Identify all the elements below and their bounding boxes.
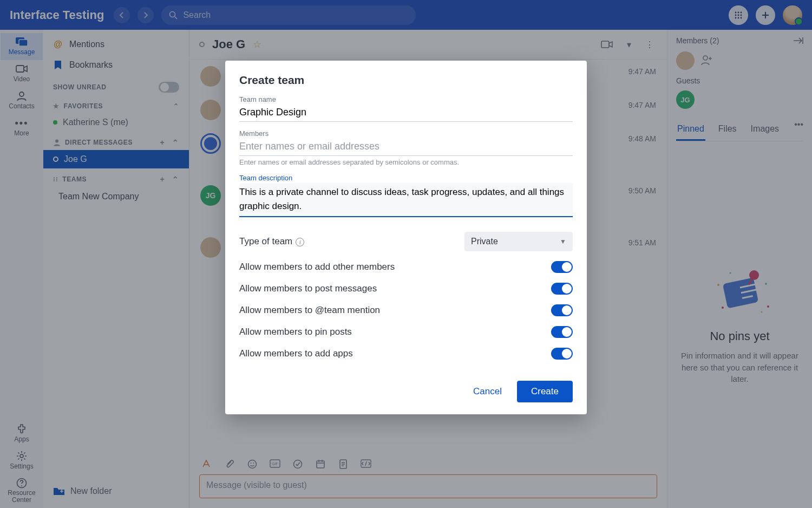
team-name-label: Team name (239, 95, 573, 103)
modal-title: Create team (239, 74, 573, 87)
create-button[interactable]: Create (517, 381, 573, 402)
perm-post-toggle[interactable] (551, 283, 573, 295)
perm-add-members-toggle[interactable] (551, 261, 573, 273)
cancel-button[interactable]: Cancel (473, 386, 502, 397)
team-name-input[interactable] (239, 105, 573, 122)
perm-apps-row: Allow members to add apps (239, 343, 573, 364)
members-input[interactable] (239, 139, 573, 156)
type-of-team-row: Type of teami Private▼ (239, 227, 573, 256)
create-team-modal: Create team Team name Members Enter name… (225, 61, 587, 414)
perm-pin-row: Allow members to pin posts (239, 321, 573, 343)
type-of-team-select[interactable]: Private▼ (464, 232, 573, 251)
members-input-label: Members (239, 129, 573, 138)
perm-mention-row: Allow members to @team mention (239, 299, 573, 321)
chevron-down-icon: ▼ (560, 238, 566, 245)
perm-mention-toggle[interactable] (551, 304, 573, 316)
info-icon[interactable]: i (296, 238, 304, 246)
perm-add-members-row: Allow members to add other members (239, 256, 573, 278)
perm-post-row: Allow members to post messages (239, 278, 573, 299)
team-description-input[interactable] (239, 183, 573, 217)
members-hint: Enter names or email addresses separated… (239, 158, 573, 166)
perm-apps-toggle[interactable] (551, 348, 573, 360)
perm-pin-toggle[interactable] (551, 326, 573, 338)
team-description-label: Team description (239, 174, 573, 182)
